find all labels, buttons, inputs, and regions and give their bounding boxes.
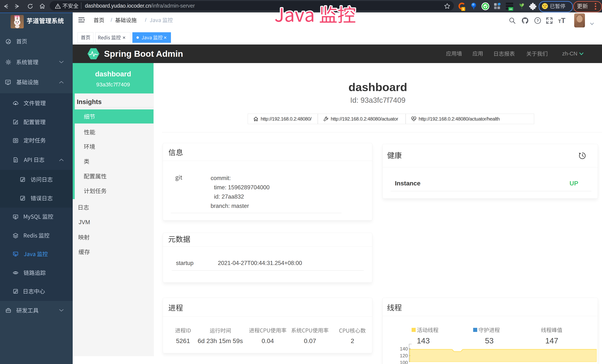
svg-text:1: 1	[462, 7, 464, 11]
svg-text:?: ?	[537, 19, 539, 23]
svg-text:on: on	[509, 8, 512, 11]
